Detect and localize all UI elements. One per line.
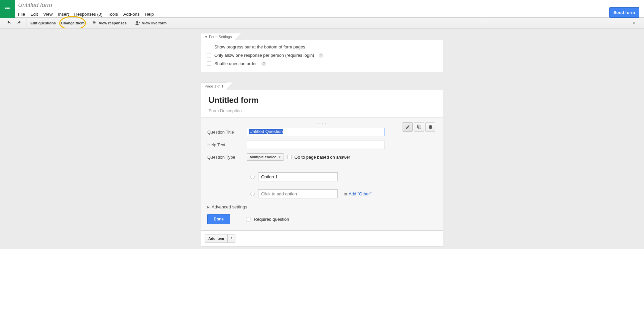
add-item-card: Add item ▼	[201, 230, 443, 246]
delete-question-button[interactable]	[425, 122, 435, 132]
help-icon[interactable]: ?	[319, 53, 323, 58]
done-row: Done Required question	[207, 214, 437, 224]
svg-rect-2	[5, 8, 6, 9]
form-settings-body: Show progress bar at the bottom of form …	[201, 40, 443, 72]
edit-questions-button[interactable]: Edit questions	[28, 19, 59, 27]
view-responses-icon	[92, 20, 97, 26]
help-icon[interactable]: ?	[261, 61, 266, 66]
help-text-input[interactable]	[247, 141, 385, 149]
app-header: Untitled form File Edit View Insert Resp…	[0, 0, 644, 18]
duplicate-question-button[interactable]	[414, 122, 424, 132]
question-editor: :::::: Question Title Untitled Question …	[201, 117, 443, 230]
menu-help[interactable]: Help	[142, 10, 156, 18]
add-option-input[interactable]	[258, 189, 338, 198]
option-1-input[interactable]	[258, 172, 338, 181]
menu-addons[interactable]: Add-ons	[121, 10, 142, 18]
svg-rect-4	[5, 10, 6, 10]
add-item-button[interactable]: Add item ▼	[205, 234, 235, 243]
radio-icon	[250, 175, 255, 179]
add-item-dropdown[interactable]: ▼	[228, 234, 235, 243]
question-actions	[403, 122, 435, 132]
help-text-label: Help Text	[207, 142, 247, 147]
view-responses-label: View responses	[99, 21, 127, 25]
progress-bar-option[interactable]: Show progress bar at the bottom of form …	[207, 43, 437, 51]
add-other-link[interactable]: Add "Other"	[348, 191, 371, 196]
canvas: ▼Form Settings Show progress bar at the …	[201, 33, 443, 249]
menu-responses[interactable]: Responses (0)	[72, 10, 105, 18]
option-row-1	[207, 172, 437, 181]
goto-checkbox[interactable]	[287, 155, 292, 159]
svg-point-6	[136, 21, 138, 23]
caret-down-icon: ▼	[205, 35, 208, 39]
advanced-settings-toggle[interactable]: ▶ Advanced settings	[207, 204, 437, 209]
done-button[interactable]: Done	[207, 214, 230, 224]
collapse-toolbar-button[interactable]	[632, 20, 636, 26]
question-type-label: Question Type	[207, 155, 247, 160]
page-card: Page 1 of 1 Untitled form Form Descripti…	[201, 82, 443, 230]
redo-icon	[17, 20, 22, 26]
svg-rect-7	[417, 125, 420, 128]
doc-title[interactable]: Untitled form	[18, 1, 609, 9]
question-type-select[interactable]: Multiple choice▼	[247, 153, 284, 161]
change-theme-button[interactable]: Change theme	[59, 19, 89, 27]
undo-icon	[6, 20, 11, 26]
page-tab-label: Page 1 of 1	[205, 84, 223, 88]
header-right: Send form	[609, 0, 644, 18]
caret-right-icon: ▶	[207, 205, 210, 209]
view-responses-button[interactable]: View responses	[89, 19, 129, 27]
menu-view[interactable]: View	[40, 10, 55, 18]
checkbox[interactable]	[207, 53, 211, 57]
redo-button[interactable]	[14, 19, 25, 27]
pencil-icon	[405, 125, 410, 130]
one-response-option[interactable]: Only allow one response per person (requ…	[207, 51, 437, 59]
or-add-other: or Add "Other"	[344, 191, 371, 196]
header-left: Untitled form File Edit View Insert Resp…	[15, 0, 609, 18]
svg-rect-8	[418, 126, 421, 129]
menubar: File Edit View Insert Responses (0) Tool…	[18, 10, 609, 18]
canvas-scroll[interactable]: ▼Form Settings Show progress bar at the …	[0, 28, 644, 249]
question-title-label: Question Title	[207, 130, 247, 135]
svg-rect-1	[6, 7, 9, 7]
menu-tools[interactable]: Tools	[105, 10, 120, 18]
shuffle-option[interactable]: Shuffle question order?	[207, 59, 437, 68]
undo-button[interactable]	[3, 19, 14, 27]
edit-question-button[interactable]	[403, 122, 413, 132]
view-live-form-label: View live form	[142, 21, 167, 25]
menu-insert[interactable]: Insert	[55, 10, 72, 18]
form-title[interactable]: Untitled form	[209, 96, 435, 105]
radio-icon	[250, 192, 255, 196]
form-settings-tab-label: Form Settings	[209, 35, 232, 39]
caret-down-icon: ▼	[278, 156, 281, 159]
svg-rect-0	[5, 7, 6, 7]
form-header: Untitled form Form Description	[201, 90, 443, 117]
question-title-value: Untitled Question	[249, 129, 283, 134]
progress-bar-label: Show progress bar at the bottom of form …	[214, 44, 305, 49]
form-settings-tab[interactable]: ▼Form Settings	[201, 33, 235, 40]
send-form-button[interactable]: Send form	[609, 7, 639, 18]
svg-rect-3	[6, 8, 9, 9]
separator	[131, 19, 131, 27]
shuffle-label: Shuffle question order	[214, 61, 257, 66]
trash-icon	[428, 125, 433, 130]
one-response-label: Only allow one response per person (requ…	[214, 53, 314, 58]
menu-file[interactable]: File	[18, 10, 28, 18]
app-icon[interactable]	[0, 0, 15, 18]
view-live-form-button[interactable]: View live form	[132, 19, 170, 27]
menu-edit[interactable]: Edit	[28, 10, 40, 18]
question-type-value: Multiple choice	[250, 155, 276, 159]
add-option-row: or Add "Other"	[207, 189, 437, 198]
page-tab: Page 1 of 1	[201, 82, 227, 90]
question-title-input[interactable]: Untitled Question	[247, 128, 385, 136]
add-item-label[interactable]: Add item	[205, 234, 228, 243]
toolbar: Edit questions Change theme View respons…	[0, 18, 644, 28]
view-live-form-icon	[135, 20, 140, 26]
advanced-settings-label: Advanced settings	[212, 204, 247, 209]
required-checkbox[interactable]	[246, 217, 250, 221]
form-description[interactable]: Form Description	[209, 108, 435, 113]
forms-icon	[4, 6, 11, 12]
checkbox[interactable]	[207, 45, 211, 49]
checkbox[interactable]	[207, 61, 211, 66]
copy-icon	[417, 125, 422, 130]
goto-label: Go to page based on answer	[294, 155, 350, 160]
required-label: Required question	[254, 217, 289, 222]
